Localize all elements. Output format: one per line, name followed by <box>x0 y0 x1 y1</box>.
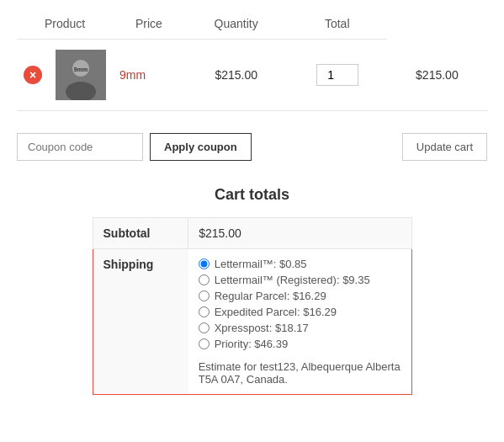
shipping-option: Expedited Parcel: $16.29 <box>199 306 401 318</box>
product-link[interactable]: 9mm <box>119 68 146 82</box>
shipping-option-label: Lettermail™: $0.85 <box>215 258 307 270</box>
shipping-option: Xpresspost: $18.17 <box>199 322 401 334</box>
shipping-option: Lettermail™ (Registered): $9.35 <box>199 274 401 286</box>
shipping-radio[interactable] <box>199 322 210 333</box>
totals-table: Subtotal $215.00 Shipping Lettermail™: $… <box>93 217 412 395</box>
remove-cell: × <box>17 40 49 111</box>
product-name-cell: 9mm <box>113 40 185 111</box>
cart-table: Product Price Quantity Total × 9mm <box>17 8 487 111</box>
coupon-input[interactable] <box>17 133 143 161</box>
coupon-left: Apply coupon <box>17 133 252 161</box>
subtotal-value: $215.00 <box>188 218 411 249</box>
col-header-total: Total <box>288 8 387 40</box>
shipping-radio[interactable] <box>199 258 210 269</box>
shipping-option: Regular Parcel: $16.29 <box>199 290 401 302</box>
subtotal-label: Subtotal <box>93 218 188 249</box>
col-header-product: Product <box>17 8 113 40</box>
shipping-option-label: Lettermail™ (Registered): $9.35 <box>215 274 370 286</box>
shipping-label: Shipping <box>93 249 188 395</box>
shipping-option: Priority: $46.39 <box>199 338 401 350</box>
col-header-quantity: Quantity <box>185 8 288 40</box>
subtotal-row: Subtotal $215.00 <box>93 218 411 249</box>
product-image-cell: 9mm <box>49 40 113 111</box>
svg-text:9mm: 9mm <box>74 67 88 72</box>
remove-item-button[interactable]: × <box>24 66 42 84</box>
shipping-option-label: Xpresspost: $18.17 <box>215 322 309 334</box>
product-image: 9mm <box>56 50 106 100</box>
shipping-row: Shipping Lettermail™: $0.85 Lettermail™ … <box>93 249 411 395</box>
shipping-options-list: Lettermail™: $0.85 Lettermail™ (Register… <box>199 258 401 350</box>
shipping-option-label: Expedited Parcel: $16.29 <box>215 306 337 318</box>
shipping-option-label: Regular Parcel: $16.29 <box>215 290 326 302</box>
shipping-radio[interactable] <box>199 338 210 349</box>
table-row: × 9mm 9mm $215.00 $215.00 <box>17 40 487 111</box>
shipping-radio[interactable] <box>199 274 210 285</box>
product-total-cell: $215.00 <box>387 40 487 111</box>
cart-totals-title: Cart totals <box>93 186 412 204</box>
shipping-options-cell: Lettermail™: $0.85 Lettermail™ (Register… <box>188 249 411 395</box>
coupon-row: Apply coupon Update cart <box>17 125 487 169</box>
shipping-radio[interactable] <box>199 306 210 317</box>
cart-totals: Cart totals Subtotal $215.00 Shipping Le… <box>93 186 412 395</box>
shipping-option: Lettermail™: $0.85 <box>199 258 401 270</box>
update-cart-button[interactable]: Update cart <box>402 133 487 161</box>
product-price-cell: $215.00 <box>185 40 288 111</box>
product-qty-cell <box>288 40 387 111</box>
col-header-price: Price <box>113 8 185 40</box>
quantity-input[interactable] <box>316 64 358 86</box>
shipping-option-label: Priority: $46.39 <box>215 338 288 350</box>
apply-coupon-button[interactable]: Apply coupon <box>150 133 252 161</box>
shipping-radio[interactable] <box>199 290 210 301</box>
shipping-estimate: Estimate for test123, Albequerque Albert… <box>199 360 401 386</box>
